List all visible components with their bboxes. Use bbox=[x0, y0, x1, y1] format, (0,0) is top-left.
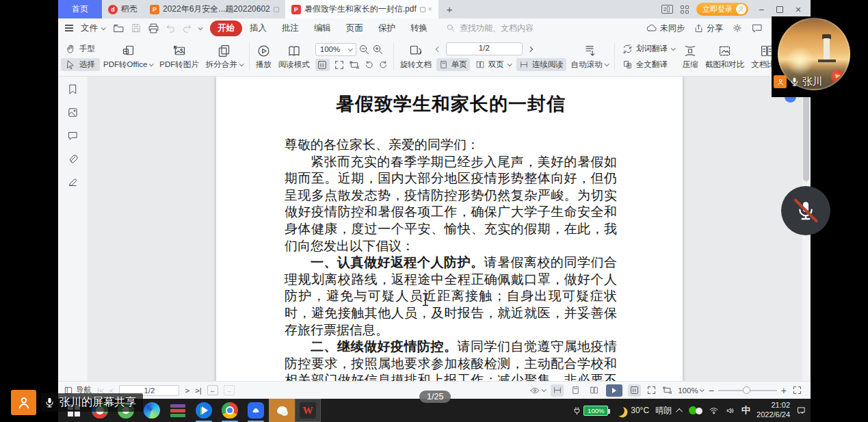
status-actual-size-button[interactable] bbox=[628, 384, 641, 397]
restore-button[interactable] bbox=[774, 5, 785, 14]
menu-tab-edit[interactable]: 编辑 bbox=[306, 21, 339, 36]
menu-tab-protect[interactable]: 保护 bbox=[371, 21, 403, 36]
clock[interactable]: 21:02 2022/6/24 bbox=[757, 401, 790, 420]
search-input[interactable]: 查找功能、文档内容 bbox=[446, 23, 534, 34]
auto-scroll-button[interactable]: 自动滚动 bbox=[568, 42, 611, 71]
thumbnail-icon[interactable] bbox=[67, 107, 79, 118]
battery-indicator[interactable]: 100% bbox=[573, 406, 608, 416]
pdf-page[interactable]: 暑假致学生和家长的一封信 尊敬的各位家长、亲爱的同学们： 紧张而充实的春季学期已… bbox=[216, 77, 683, 381]
menu-tab-page[interactable]: 页面 bbox=[339, 21, 371, 36]
ime-indicator[interactable]: 中 bbox=[741, 404, 750, 417]
status-fit-width-icon[interactable] bbox=[646, 385, 657, 395]
rotate-right-icon[interactable] bbox=[378, 60, 389, 70]
quick-toolbar-more-icon[interactable] bbox=[198, 25, 203, 30]
bookmark-icon[interactable] bbox=[67, 83, 79, 95]
next-page-button[interactable]: > bbox=[185, 386, 189, 395]
sync-status[interactable]: 未同步 bbox=[646, 23, 685, 34]
close-button[interactable]: × bbox=[793, 5, 804, 14]
mute-microphone-button[interactable] bbox=[781, 186, 830, 235]
pin-icon[interactable] bbox=[274, 7, 279, 12]
stamp-icon[interactable] bbox=[67, 176, 79, 188]
zoom-slider-knob[interactable] bbox=[743, 386, 750, 394]
wifi-icon[interactable] bbox=[709, 406, 719, 415]
screenshot-compare-button[interactable]: 截图和对比 bbox=[702, 42, 748, 71]
weather-moon-icon[interactable] bbox=[614, 404, 625, 416]
tab-docer[interactable]: d 稻壳 bbox=[102, 0, 144, 18]
volume-icon[interactable] bbox=[725, 406, 735, 415]
weather-temperature[interactable]: 30°C bbox=[631, 406, 649, 415]
previous-page-icon[interactable] bbox=[436, 46, 441, 51]
eye-protect-toggle[interactable] bbox=[529, 386, 545, 395]
file-menu-button[interactable]: 文件 bbox=[65, 23, 105, 34]
minimize-button[interactable]: − bbox=[756, 5, 767, 14]
taskbar-chrome[interactable] bbox=[217, 399, 243, 422]
zoom-in-icon[interactable] bbox=[372, 44, 384, 55]
redo-icon[interactable] bbox=[182, 23, 192, 34]
view-forward-button[interactable]: → bbox=[224, 385, 235, 395]
view-back-button[interactable]: ← bbox=[207, 385, 218, 395]
page-indicator-input[interactable]: 1/2 bbox=[446, 42, 523, 55]
pdf-to-image-button[interactable]: PDF转图片 bbox=[156, 42, 202, 71]
zoom-out-icon[interactable] bbox=[358, 44, 370, 55]
print-icon[interactable] bbox=[148, 23, 159, 34]
menu-tab-home[interactable]: 开始 bbox=[210, 21, 242, 36]
split-merge-button[interactable]: 拆分合并 bbox=[202, 42, 246, 71]
split-window-icon[interactable]: 2 bbox=[661, 5, 673, 14]
single-page-button[interactable]: 单页 bbox=[436, 58, 470, 71]
comment-panel-icon[interactable] bbox=[67, 130, 79, 142]
read-mode-button[interactable]: 阅读模式 bbox=[275, 42, 313, 71]
attachment-icon[interactable] bbox=[67, 153, 79, 165]
save-icon[interactable] bbox=[131, 23, 142, 34]
rotate-left-icon[interactable] bbox=[364, 60, 374, 70]
actual-size-button[interactable] bbox=[315, 59, 330, 71]
word-translate-button[interactable]: 划词翻译 bbox=[618, 42, 679, 55]
tab-pdf-document[interactable]: P 暑假致学生和家长的一封信.pdf × bbox=[285, 0, 438, 18]
workspace-grid-icon[interactable] bbox=[681, 5, 689, 14]
menu-tab-annotate[interactable]: 批注 bbox=[274, 21, 306, 36]
menu-tab-convert[interactable]: 转换 bbox=[403, 21, 435, 36]
status-continuous-button[interactable] bbox=[551, 384, 564, 397]
notification-center-icon[interactable] bbox=[796, 406, 806, 415]
compress-button[interactable]: 压缩 bbox=[679, 42, 702, 71]
taskbar-tencent-video[interactable] bbox=[191, 399, 217, 422]
select-tool-button[interactable]: 选择 bbox=[61, 58, 100, 71]
zoom-plus-button[interactable]: + bbox=[781, 385, 787, 396]
fit-page-icon[interactable] bbox=[349, 60, 360, 70]
undo-icon[interactable] bbox=[166, 23, 176, 34]
status-zoom-dropdown[interactable]: 100% bbox=[678, 386, 702, 395]
share-button[interactable]: 分享 bbox=[694, 23, 723, 34]
status-double-page-button[interactable] bbox=[588, 384, 601, 397]
double-page-button[interactable]: 双页 bbox=[473, 58, 514, 71]
close-tab-icon[interactable]: × bbox=[428, 5, 432, 13]
weather-description[interactable]: 晴朗 bbox=[655, 405, 672, 417]
open-folder-icon[interactable] bbox=[113, 23, 124, 34]
last-page-button[interactable]: >| bbox=[195, 386, 202, 395]
share-presenter-icon[interactable] bbox=[11, 390, 36, 415]
gear-icon[interactable] bbox=[732, 23, 743, 34]
rotate-document-button[interactable]: 旋转文档 bbox=[397, 42, 435, 71]
new-tab-button[interactable]: + bbox=[438, 3, 461, 15]
zoom-dropdown[interactable]: 100% bbox=[315, 43, 356, 56]
fit-width-icon[interactable] bbox=[334, 60, 345, 70]
login-button[interactable]: 立即登录 bbox=[696, 3, 748, 16]
document-canvas[interactable]: 暑假致学生和家长的一封信 尊敬的各位家长、亲爱的同学们： 紧张而充实的春季学期已… bbox=[88, 77, 811, 381]
status-fit-page-icon[interactable] bbox=[662, 385, 672, 395]
taskbar-winrar[interactable] bbox=[165, 399, 191, 422]
tab-ppt-document[interactable]: P 2022年6月安全...题20220602 bbox=[144, 0, 285, 18]
tray-app-icons[interactable] bbox=[689, 406, 702, 415]
taskbar-wps[interactable]: W bbox=[295, 399, 321, 422]
fullscreen-icon[interactable] bbox=[792, 385, 802, 395]
status-play-button[interactable] bbox=[606, 384, 622, 397]
comment-icon[interactable] bbox=[752, 23, 763, 34]
zoom-minus-button[interactable]: − bbox=[709, 385, 714, 396]
taskbar-wechat[interactable] bbox=[269, 399, 295, 422]
next-page-icon[interactable] bbox=[527, 46, 533, 51]
taskbar-tencent-meeting[interactable] bbox=[243, 399, 269, 422]
play-button[interactable]: 播放 bbox=[252, 42, 275, 71]
hand-tool-button[interactable]: 手型 bbox=[61, 42, 100, 55]
full-translate-button[interactable]: 全文翻译 bbox=[618, 58, 679, 71]
zoom-slider[interactable] bbox=[718, 390, 777, 391]
status-single-page-button[interactable] bbox=[569, 384, 582, 397]
tray-expand-icon[interactable] bbox=[676, 408, 683, 414]
pdf-to-office-button[interactable]: PDF转Office bbox=[100, 42, 156, 71]
